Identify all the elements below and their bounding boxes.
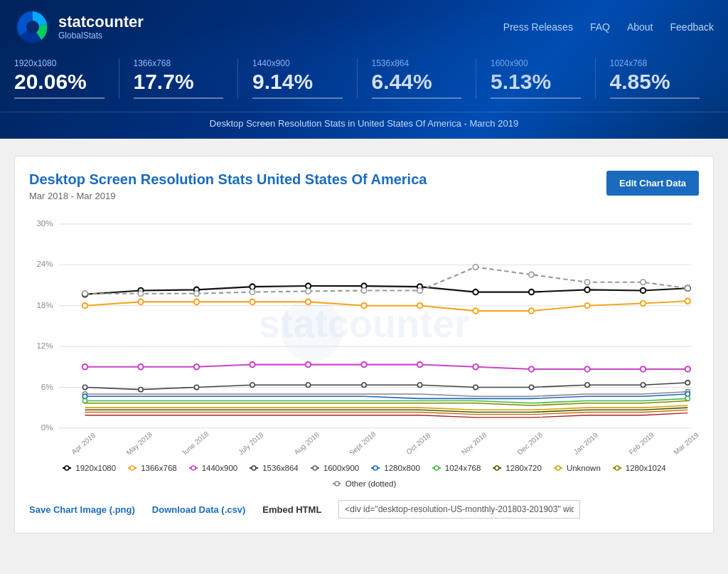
legend-icon [188, 463, 198, 473]
svg-point-69 [361, 362, 366, 367]
legend-icon [553, 463, 563, 473]
stat-item: 1920x1080 20.06% [14, 58, 119, 99]
legend-icon [62, 463, 72, 473]
footer-bar: Save Chart Image (.png) Download Data (.… [29, 500, 699, 519]
svg-point-40 [82, 303, 87, 308]
stat-value: 9.14% [252, 70, 343, 93]
svg-text:Dec 2018: Dec 2018 [515, 430, 544, 455]
svg-point-90 [82, 394, 87, 398]
stat-resolution: 1920x1080 [14, 58, 105, 68]
legend-item: 1024x768 [432, 463, 481, 473]
svg-point-53 [138, 291, 143, 296]
chart-header: Desktop Screen Resolution Stats United S… [29, 171, 699, 201]
legend-icon [612, 463, 622, 473]
svg-point-78 [194, 385, 198, 389]
legend-label: 1440x900 [202, 464, 238, 472]
chart-subtitle: Mar 2018 - Mar 2019 [29, 191, 427, 201]
legend-item: 1536x864 [249, 463, 299, 473]
svg-text:Jan 2019: Jan 2019 [572, 431, 600, 455]
legend-icon [127, 463, 137, 473]
svg-point-79 [250, 383, 255, 387]
download-data-link[interactable]: Download Data (.csv) [152, 504, 245, 515]
svg-point-47 [473, 308, 478, 313]
chart-card: Desktop Screen Resolution Stats United S… [14, 156, 714, 533]
stat-underline [372, 97, 462, 99]
svg-point-36 [529, 289, 534, 294]
legend-label: 1920x1080 [75, 464, 116, 472]
legend-label: Other (dotted) [346, 479, 397, 488]
legend-label: 1280x800 [384, 464, 420, 472]
legend-item: 1600x900 [310, 463, 360, 473]
svg-point-43 [250, 299, 255, 304]
stat-value: 20.06% [14, 70, 105, 93]
svg-point-64 [82, 364, 87, 369]
chart-area: 30% 24% 18% 12% 6% 0% statcounter Apr 20… [29, 213, 699, 455]
svg-point-52 [82, 291, 87, 296]
stat-value: 6.44% [372, 70, 462, 93]
svg-point-73 [584, 366, 589, 371]
nav-links: Press Releases FAQ About Feedback [503, 21, 714, 33]
legend-label: 1366x768 [141, 464, 177, 472]
legend-item: 1920x1080 [62, 463, 116, 473]
legend-item: 1366x768 [127, 463, 177, 473]
save-chart-link[interactable]: Save Chart Image (.png) [29, 504, 135, 515]
legend-item: Unknown [553, 463, 601, 473]
stat-resolution: 1366x768 [134, 58, 224, 68]
svg-text:18%: 18% [36, 300, 53, 309]
stat-value: 5.13% [491, 70, 581, 93]
svg-point-99 [191, 466, 196, 470]
embed-input[interactable] [338, 500, 580, 519]
nav-about[interactable]: About [627, 21, 653, 33]
svg-point-75 [685, 366, 690, 371]
svg-point-80 [306, 383, 310, 387]
svg-text:12%: 12% [36, 341, 53, 350]
legend-icon [432, 463, 441, 473]
svg-point-57 [361, 288, 366, 293]
edit-chart-button[interactable]: Edit Chart Data [606, 171, 699, 196]
svg-point-87 [685, 381, 690, 385]
chart-title: Desktop Screen Resolution Stats United S… [29, 171, 427, 188]
nav-feedback[interactable]: Feedback [670, 21, 714, 33]
header: statcounter GlobalStats Press Releases F… [0, 0, 728, 139]
svg-point-91 [685, 392, 690, 396]
legend-icon [370, 463, 380, 473]
stat-underline [252, 97, 343, 99]
svg-point-92 [82, 398, 87, 403]
svg-point-107 [434, 466, 439, 470]
svg-point-101 [252, 466, 256, 470]
svg-point-85 [585, 383, 589, 387]
svg-point-81 [362, 383, 366, 387]
legend-icon [332, 479, 342, 489]
svg-point-46 [417, 303, 422, 308]
svg-point-70 [417, 362, 422, 367]
chart-title-area: Desktop Screen Resolution Stats United S… [29, 171, 427, 201]
main-content: Desktop Screen Resolution Stats United S… [0, 139, 728, 551]
nav-faq[interactable]: FAQ [590, 21, 610, 33]
logo-icon [14, 9, 51, 46]
stats-bar: 1920x1080 20.06% 1366x768 17.7% 1440x900… [0, 46, 728, 106]
logo-text: statcounter GlobalStats [58, 14, 144, 41]
svg-point-31 [250, 284, 255, 289]
nav-press-releases[interactable]: Press Releases [503, 21, 573, 33]
svg-point-103 [313, 466, 317, 470]
stat-resolution: 1440x900 [252, 58, 343, 68]
svg-point-76 [82, 385, 87, 389]
svg-point-86 [641, 383, 645, 387]
stat-resolution: 1024x768 [610, 58, 700, 68]
legend-item: 1280x720 [492, 463, 542, 473]
svg-point-72 [529, 366, 534, 371]
logo-area: statcounter GlobalStats [14, 9, 144, 46]
legend-icon [249, 463, 259, 473]
svg-point-67 [250, 362, 255, 367]
legend-label: 1600x900 [323, 464, 360, 472]
legend-item: Other (dotted) [332, 479, 397, 489]
svg-point-37 [584, 287, 589, 292]
svg-point-113 [615, 466, 619, 470]
legend-label: 1280x720 [505, 464, 542, 472]
legend-label: 1024x768 [445, 464, 481, 472]
svg-text:Feb 2019: Feb 2019 [628, 430, 655, 455]
svg-point-42 [194, 299, 199, 304]
svg-point-74 [641, 366, 646, 371]
svg-text:July 2018: July 2018 [237, 430, 265, 455]
svg-point-77 [139, 387, 143, 391]
